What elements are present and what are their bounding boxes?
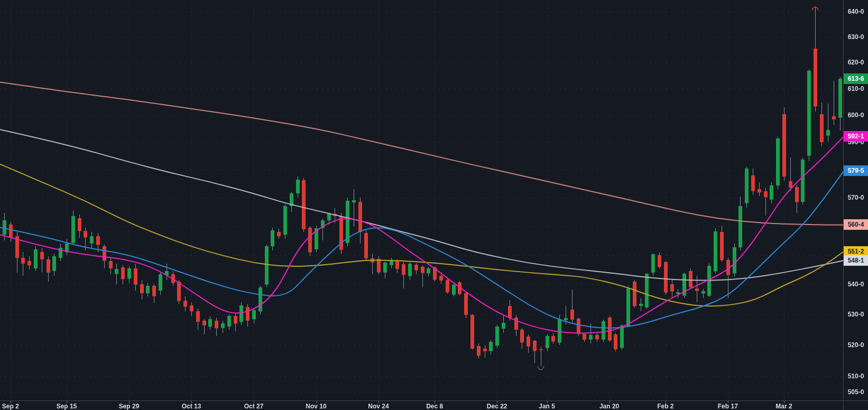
price-axis-label: 600-0 [844, 111, 868, 119]
time-axis-label: Mar 2 [775, 403, 792, 410]
price-axis-label: 620-0 [844, 59, 868, 66]
price-axis-label: 610-0 [844, 85, 868, 92]
price-axis-label: 570-0 [844, 194, 868, 201]
price-axis-label: 505-0 [844, 388, 868, 396]
time-axis-label: Sep 15 [57, 403, 77, 410]
price-axis-label: 530-0 [844, 311, 868, 318]
time-axis-label: Oct 27 [244, 403, 264, 410]
time-axis-label: Feb 17 [718, 403, 738, 410]
time-axis-label: Sep 29 [119, 403, 140, 410]
time-axis-label: Nov 24 [368, 403, 389, 410]
time-axis-label: Jan 20 [599, 403, 619, 410]
time-axis-label: Oct 13 [182, 403, 201, 410]
price-axis-label: 630-0 [844, 33, 868, 41]
ma-magenta-price-tag: 592-1 [844, 131, 868, 142]
time-axis-label: Nov 10 [306, 403, 326, 410]
ma-blue-price-tag: 579-5 [844, 165, 868, 176]
price-axis[interactable]: 640-0630-0620-0610-0600-0590-0570-0540-0… [844, 0, 868, 400]
price-axis-label: 640-0 [844, 8, 868, 15]
time-axis-label: Dec 8 [426, 403, 443, 410]
price-chart-canvas[interactable] [0, 0, 868, 410]
last-price-tag: 613-6 [844, 73, 868, 84]
time-axis-label: Sep 2 [2, 403, 19, 410]
price-axis-label: 540-0 [844, 281, 868, 288]
chart-root: 640-0630-0620-0610-0600-0590-0570-0540-0… [0, 0, 868, 410]
ma-salmon-price-tag: 560-4 [844, 219, 868, 230]
ma-gray-price-tag: 548-1 [844, 255, 868, 266]
time-axis[interactable]: Sep 2Sep 15Sep 29Oct 13Oct 27Nov 10Nov 2… [0, 400, 844, 410]
time-axis-label: Dec 22 [487, 403, 507, 410]
time-axis-label: Jan 5 [539, 403, 555, 410]
price-axis-label: 510-0 [844, 372, 868, 380]
price-axis-label: 520-0 [844, 341, 868, 349]
time-axis-label: Feb 2 [657, 403, 673, 410]
